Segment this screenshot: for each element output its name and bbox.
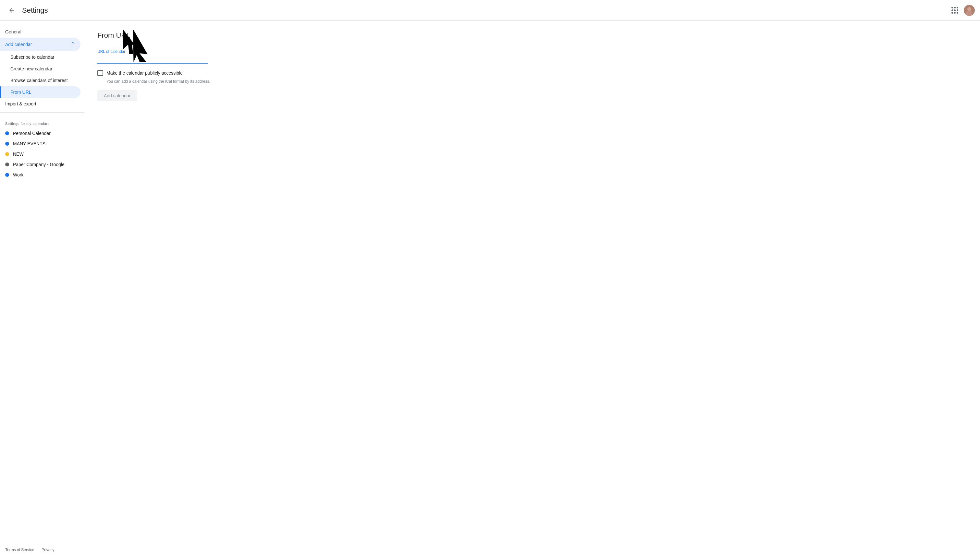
public-checkbox-row: Make the calendar publicly accessible: [97, 70, 967, 76]
calendar-item-personal[interactable]: Personal Calendar: [0, 128, 81, 139]
content-area: From URL URL of calendar Make the calend…: [84, 21, 980, 556]
avatar-image: [964, 5, 975, 16]
calendar-dot-personal: [5, 131, 9, 135]
calendar-item-paper-company[interactable]: Paper Company - Google: [0, 159, 81, 170]
calendar-item-work[interactable]: Work: [0, 170, 81, 180]
sidebar-item-from-url[interactable]: From URL: [0, 86, 81, 98]
svg-point-2: [966, 11, 972, 16]
hint-text: You can add a calendar using the iCal fo…: [107, 79, 967, 84]
privacy-link[interactable]: Privacy: [42, 548, 54, 552]
my-calendars-section: Settings for my calendars Personal Calen…: [0, 115, 84, 180]
calendar-dot-new: [5, 152, 9, 156]
sidebar-footer: Terms of Service – Privacy: [0, 544, 84, 556]
sidebar-divider: [0, 112, 84, 113]
grid-icon: [951, 7, 958, 14]
sidebar-item-general[interactable]: General: [0, 26, 81, 38]
header-left: Settings: [5, 4, 48, 17]
apps-button[interactable]: [948, 4, 961, 17]
back-icon: [8, 7, 15, 14]
url-field-label: URL of calendar: [97, 49, 125, 54]
user-avatar[interactable]: [964, 5, 975, 16]
chevron-up-icon: ⌃: [70, 41, 75, 48]
sidebar-item-add-calendar[interactable]: Add calendar ⌃: [0, 38, 81, 51]
calendar-dot-work: [5, 173, 9, 177]
url-input-container: URL of calendar: [97, 47, 208, 63]
calendar-item-many-events[interactable]: MANY EVENTS: [0, 139, 81, 149]
sidebar-item-create-new[interactable]: Create new calendar: [0, 63, 81, 74]
sidebar-item-browse[interactable]: Browse calendars of interest: [0, 74, 81, 86]
page-title: Settings: [22, 6, 48, 15]
add-calendar-button[interactable]: Add calendar: [97, 90, 137, 101]
sidebar: General Add calendar ⌃ Subscribe to cale…: [0, 21, 84, 556]
public-checkbox[interactable]: [97, 70, 103, 76]
sidebar-item-subscribe[interactable]: Subscribe to calendar: [0, 51, 81, 63]
header: Settings: [0, 0, 980, 21]
content-title: From URL: [97, 31, 967, 40]
terms-link[interactable]: Terms of Service: [5, 548, 34, 552]
my-calendars-header: Settings for my calendars: [0, 119, 84, 128]
main-container: General Add calendar ⌃ Subscribe to cale…: [0, 21, 980, 556]
back-button[interactable]: [5, 4, 18, 17]
calendar-dot-many-events: [5, 142, 9, 145]
calendar-item-new[interactable]: NEW: [0, 149, 81, 159]
public-checkbox-label: Make the calendar publicly accessible: [107, 70, 183, 76]
svg-point-1: [967, 7, 971, 11]
sidebar-item-import-export[interactable]: Import & export: [0, 98, 81, 110]
calendar-dot-paper-company: [5, 163, 9, 166]
footer-separator: –: [37, 548, 39, 552]
header-right: [948, 4, 975, 17]
